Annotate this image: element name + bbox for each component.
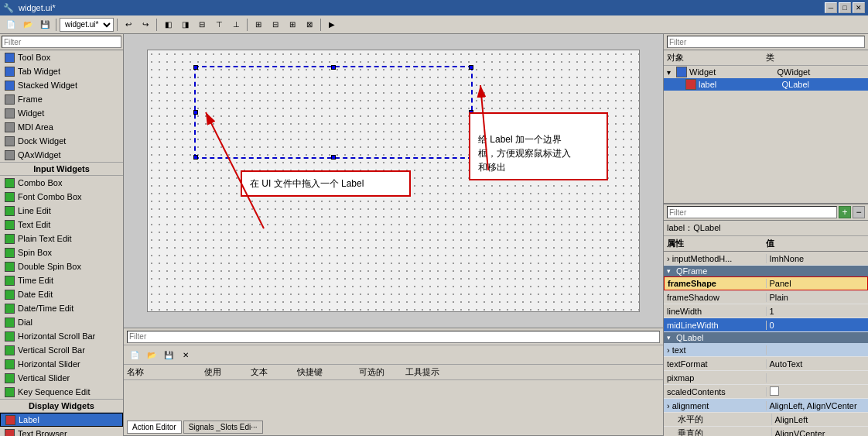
bottom-filter-input[interactable] — [127, 331, 660, 343]
tab-signals-slots[interactable]: Signals _Slots Edi··· — [183, 421, 263, 434]
widget-item-date-edit[interactable]: Date Edit — [0, 287, 123, 301]
new-button[interactable]: 📄 — [3, 17, 19, 33]
bottom-open-btn[interactable]: 📂 — [144, 347, 159, 362]
widget-item-dock-widget[interactable]: Dock Widget — [0, 134, 123, 148]
tree-row-label[interactable]: label QLabel — [664, 78, 868, 91]
prop-textformat-name: textFormat — [664, 359, 767, 369]
widget-item-text-browser[interactable]: Text Browser — [0, 427, 123, 436]
widget-item-stacked-widget[interactable]: Stacked Widget — [0, 78, 123, 92]
save-button[interactable]: 💾 — [37, 17, 53, 33]
widget-item-time-edit[interactable]: Time Edit — [0, 273, 123, 287]
widget-item-vertical-scroll-bar[interactable]: Vertical Scroll Bar — [0, 343, 123, 357]
resize-handle-tc[interactable] — [331, 65, 336, 70]
expand-icon-widget[interactable]: ▾ — [667, 68, 676, 77]
prop-row-midlinewidth[interactable]: midLineWidth 0 — [664, 318, 868, 332]
filter-plus-button[interactable]: + — [839, 206, 851, 218]
left-filter-bar — [0, 34, 123, 50]
widget-item-plain-text-edit[interactable]: Plain Text Edit — [0, 232, 123, 245]
resize-handle-tl[interactable] — [193, 65, 198, 70]
resize-handle-ml[interactable] — [193, 110, 198, 115]
minimize-button[interactable]: ─ — [825, 2, 837, 13]
redo-button[interactable]: ↪ — [138, 17, 153, 33]
widget-item-horizontal-slider[interactable]: Horizontal Slider — [0, 357, 123, 371]
prop-row-scaledcontents[interactable]: scaledContents — [664, 385, 868, 399]
prop-frameshape-val[interactable]: Panel — [767, 279, 868, 288]
grid-layout-button[interactable]: ⊞ — [285, 17, 300, 33]
widget-item-label[interactable]: Label — [0, 413, 123, 427]
widget-label-widget: Widget — [18, 108, 44, 118]
widget-item-key-sequence-edit[interactable]: Key Sequence Edit — [0, 385, 123, 399]
widget-item-tool-box[interactable]: Tool Box — [0, 50, 123, 64]
widget-item-mdi-area[interactable]: MDI Area — [0, 120, 123, 134]
maximize-button[interactable]: □ — [839, 2, 851, 13]
prop-frameshadow-val[interactable]: Plain — [767, 293, 869, 302]
undo-button[interactable]: ↩ — [121, 17, 136, 33]
design-area[interactable]: 在 UI 文件中拖入一个 Label 给 Label 加一个边界 框，方便观察鼠… — [124, 34, 663, 328]
prop-linewidth-val[interactable]: 1 — [767, 307, 869, 316]
file-combo[interactable]: widget.ui* — [60, 18, 114, 32]
widget-label-horizontal-scroll-bar: Horizontal Scroll Bar — [18, 331, 95, 341]
tree-row-widget[interactable]: ▾ Widget QWidget — [664, 66, 868, 78]
widget-label-double-spin-box: Double Spin Box — [18, 262, 81, 271]
widget-item-vertical-slider[interactable]: Vertical Slider — [0, 371, 123, 385]
prop-scaledcontents-val[interactable] — [767, 386, 869, 397]
widget-item-spin-box[interactable]: Spin Box — [0, 245, 123, 259]
prop-row-textformat[interactable]: textFormat AutoText — [664, 357, 868, 371]
widget-item-text-edit[interactable]: Text Edit — [0, 218, 123, 232]
right-filter2-input[interactable] — [667, 206, 837, 218]
align-center-button[interactable]: ⊟ — [194, 17, 210, 33]
widget-icon-tab-widget — [3, 66, 15, 77]
bottom-new-btn[interactable]: 📄 — [127, 347, 142, 362]
prop-section-qlabel[interactable]: ▾ QLabel — [664, 332, 868, 343]
prop-row-horizontal[interactable]: 水平的 AlignLeft — [664, 413, 868, 427]
widget-item-widget[interactable]: Widget — [0, 106, 123, 120]
align-left-button[interactable]: ◧ — [160, 17, 176, 33]
close-button[interactable]: ✕ — [853, 2, 865, 13]
widget-item-combo-box[interactable]: Combo Box — [0, 176, 123, 190]
prop-row-pixmap[interactable]: pixmap — [664, 371, 868, 385]
open-button[interactable]: 📂 — [20, 17, 36, 33]
align-top-button[interactable]: ⊤ — [211, 17, 227, 33]
widget-item-dial[interactable]: Dial — [0, 315, 123, 329]
break-layout-button[interactable]: ⊠ — [302, 17, 317, 33]
prop-row-inputmethod: › inputMethodH... ImhNone — [664, 252, 868, 266]
prop-vertical-val[interactable]: AlignVCenter — [772, 429, 869, 437]
center-area: 在 UI 文件中拖入一个 Label 给 Label 加一个边界 框，方便观察鼠… — [124, 34, 663, 436]
prop-row-frameshadow[interactable]: frameShadow Plain — [664, 290, 868, 304]
right-filter-input[interactable] — [667, 36, 865, 48]
toolbar-sep3 — [156, 19, 157, 31]
widget-item-tab-widget[interactable]: Tab Widget — [0, 64, 123, 78]
prop-midlinewidth-val[interactable]: 0 — [767, 321, 869, 330]
scaledcontents-checkbox[interactable] — [770, 386, 779, 396]
widget-item-horizontal-scroll-bar[interactable]: Horizontal Scroll Bar — [0, 329, 123, 343]
widget-item-double-spin-box[interactable]: Double Spin Box — [0, 259, 123, 273]
h-layout-button[interactable]: ⊞ — [251, 17, 266, 33]
qlabel-expand[interactable]: ▾ — [667, 334, 676, 342]
widget-item-date/time-edit[interactable]: Date/Time Edit — [0, 301, 123, 315]
prop-horizontal-val[interactable]: AlignLeft — [772, 415, 869, 424]
prop-row-vertical[interactable]: 垂直的 AlignVCenter — [664, 427, 868, 436]
bottom-save-btn[interactable]: 💾 — [161, 347, 176, 362]
widget-item-frame[interactable]: Frame — [0, 92, 123, 106]
prop-textformat-val[interactable]: AutoText — [767, 359, 869, 369]
v-layout-button[interactable]: ⊟ — [268, 17, 283, 33]
align-bottom-button[interactable]: ⊥ — [228, 17, 244, 33]
filter-minus-button[interactable]: − — [853, 206, 865, 218]
preview-button[interactable]: ▶ — [324, 17, 340, 33]
resize-handle-bc[interactable] — [331, 155, 336, 160]
bottom-del-btn[interactable]: ✕ — [178, 347, 193, 362]
align-right-button[interactable]: ◨ — [177, 17, 193, 33]
widget-item-font-combo-box[interactable]: Font Combo Box — [0, 190, 123, 204]
title-bar: 🔧 widget.ui* ─ □ ✕ — [0, 0, 868, 15]
resize-handle-tr[interactable] — [469, 65, 473, 70]
canvas-label-widget[interactable] — [194, 66, 473, 159]
tab-action-editor[interactable]: Action Editor — [127, 421, 182, 434]
widget-item-line-edit[interactable]: Line Edit — [0, 204, 123, 218]
prop-row-frameshape[interactable]: frameShape Panel — [664, 276, 868, 290]
prop-row-linewidth[interactable]: lineWidth 1 — [664, 304, 868, 318]
resize-handle-bl[interactable] — [193, 155, 198, 160]
qframe-expand[interactable]: ▾ — [667, 267, 676, 275]
prop-section-qframe[interactable]: ▾ QFrame — [664, 266, 868, 276]
left-filter-input[interactable] — [2, 36, 121, 48]
widget-item-qaxwidget[interactable]: QAxWidget — [0, 148, 123, 162]
